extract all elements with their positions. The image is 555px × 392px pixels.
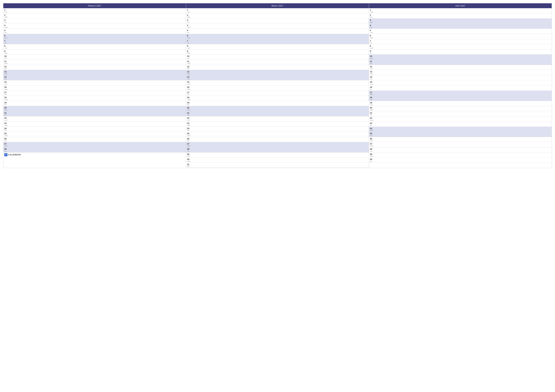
day-cell: 10SAB <box>370 55 373 59</box>
day-cell: 3MIY <box>4 19 7 23</box>
day-name: MAR <box>187 125 190 126</box>
day-number: 11 <box>370 60 373 63</box>
day-cell: 9MAR <box>4 50 7 54</box>
day-row: 5LUN <box>369 29 552 34</box>
day-number: 10 <box>187 55 190 57</box>
day-row: 4LIN <box>369 24 552 29</box>
day-cell: 23BIY <box>370 122 373 126</box>
day-row: 6SAB <box>3 34 186 39</box>
day-name: LUN <box>187 47 190 49</box>
day-number: 22 <box>4 117 7 119</box>
day-number: 13 <box>187 71 190 73</box>
month-header-2: Abril 2027 <box>369 3 552 8</box>
day-row: 26BIY <box>186 137 369 142</box>
day-row: 19BIY <box>3 101 186 106</box>
day-cell: 5BIY <box>187 29 190 33</box>
day-row: 18HUW <box>3 96 186 101</box>
day-cell: 12LUN <box>370 65 373 70</box>
day-cell: 11LIN <box>370 60 373 64</box>
day-row: 19LUN <box>369 101 552 106</box>
day-cell: 20SAB <box>187 107 190 111</box>
day-name: MIY <box>187 58 190 59</box>
day-row: 15LUN <box>3 80 186 86</box>
day-name: MIY <box>370 42 373 44</box>
day-number: 21 <box>187 112 190 114</box>
day-number: 1 <box>187 9 190 11</box>
day-cell: 29LUN <box>187 153 190 157</box>
day-number: 11 <box>187 60 190 63</box>
day-row: 27MAR <box>369 142 552 147</box>
day-number: 17 <box>370 91 373 94</box>
day-row: 11HUW <box>186 60 369 65</box>
day-number: 19 <box>4 101 7 104</box>
day-cell: 10MIY <box>4 55 7 59</box>
day-number: 15 <box>4 81 7 83</box>
day-row: 1LUN <box>186 8 369 14</box>
day-row: 30BIY <box>369 157 552 163</box>
day-row: 5BIY <box>3 29 186 34</box>
day-cell: 19LUN <box>370 101 373 106</box>
day-row: 1HUW <box>369 8 552 14</box>
day-name: MAR <box>370 73 373 75</box>
day-row: 22LUN <box>3 116 186 121</box>
day-number: 21 <box>370 112 373 114</box>
day-number: 16 <box>4 86 7 88</box>
day-name: SAB <box>5 145 7 147</box>
day-row: 23BIY <box>369 121 552 127</box>
day-name: HUW <box>187 99 190 100</box>
day-row: 24MIY <box>186 127 369 132</box>
day-name: BIY <box>370 161 373 162</box>
day-name: MIY <box>5 58 7 59</box>
day-name: MIY <box>5 94 7 95</box>
day-number: 2 <box>4 14 7 16</box>
day-name: SAB <box>370 130 373 131</box>
day-name: LUN <box>5 47 7 49</box>
day-number: 16 <box>187 86 190 88</box>
day-name: HUW <box>187 27 190 28</box>
day-number: 10 <box>370 55 373 57</box>
day-name: LIN <box>5 42 7 44</box>
day-number: 26 <box>370 137 373 140</box>
day-row: 18HUW <box>186 96 369 101</box>
day-cell: 5BIY <box>4 29 7 33</box>
day-name: MIY <box>187 166 190 167</box>
day-number: 22 <box>370 117 373 119</box>
day-number: 27 <box>187 143 190 145</box>
day-number: 1 <box>370 9 373 11</box>
day-name: LIN <box>187 42 190 44</box>
day-number: 20 <box>187 107 190 109</box>
day-number: 11 <box>4 60 7 63</box>
day-name: HUW <box>187 63 190 64</box>
day-cell: 7MIY <box>370 40 373 44</box>
day-name: MIY <box>370 150 373 152</box>
day-number: 13 <box>370 71 373 73</box>
day-number: 8 <box>370 45 373 47</box>
day-number: 4 <box>370 24 373 27</box>
day-name: SAB <box>5 37 7 39</box>
day-cell: 13SAB <box>187 71 190 75</box>
day-name: LIN <box>370 63 373 64</box>
day-cell: 24MIY <box>187 127 190 131</box>
day-row: 8LUN <box>186 44 369 50</box>
day-row: 10MIY <box>186 55 369 60</box>
day-cell: 8LUN <box>187 45 190 49</box>
day-row: 26BIY <box>3 137 186 142</box>
day-row: 21LIN <box>186 111 369 116</box>
day-cell: 24SAB <box>370 127 373 131</box>
day-name: MAR <box>370 37 373 39</box>
day-number: 19 <box>370 101 373 104</box>
day-row: 9MAR <box>3 50 186 55</box>
day-cell: 2MAR <box>187 14 190 18</box>
day-number: 24 <box>187 127 190 130</box>
day-name: MIY <box>187 22 190 23</box>
day-row: 20SAB <box>186 106 369 111</box>
day-row: 11LIN <box>369 60 552 65</box>
day-cell: 6SAB <box>187 35 190 39</box>
day-number: 7 <box>370 40 373 42</box>
day-number: 23 <box>4 122 7 125</box>
day-cell: 30MAR <box>187 158 190 162</box>
day-name: LIN <box>5 114 7 116</box>
day-row: 6MAR <box>369 34 552 39</box>
day-name: HUW <box>187 135 190 136</box>
day-cell: 24MIY <box>4 127 7 131</box>
